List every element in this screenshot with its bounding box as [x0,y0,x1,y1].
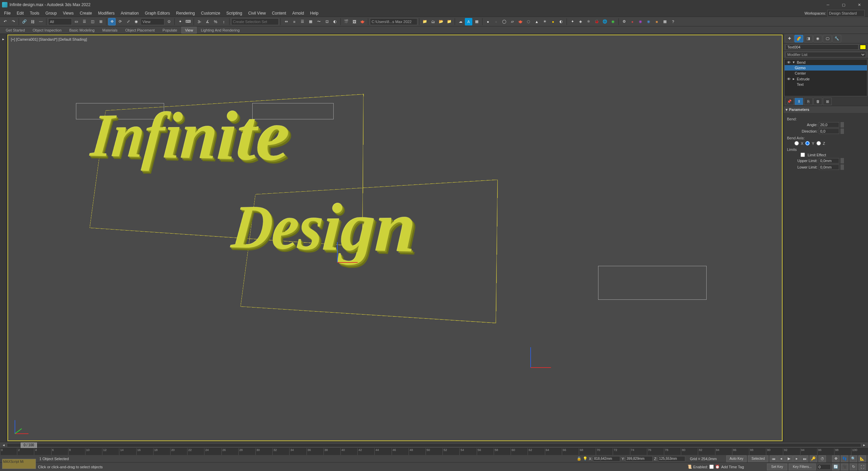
refcoord-dropdown[interactable]: View [141,18,164,25]
z-coord[interactable] [658,456,685,462]
set-project-button[interactable]: 🗂 [429,18,437,25]
geom-ring-icon[interactable]: ◌ [525,18,532,25]
curve-editor-button[interactable]: 〜 [315,18,322,25]
enabled-check[interactable] [709,465,714,469]
nav-pan-button[interactable]: ✥ [832,455,840,462]
folder-button-4[interactable]: 📁 [446,18,453,25]
next-frame-button[interactable]: ▸ [863,443,865,447]
mirror-button[interactable]: ⇔ [282,18,290,25]
menu-civilview[interactable]: Civil View [245,10,269,17]
time-slider-bar[interactable]: 0 / 100 [7,443,861,447]
nav-roll-button[interactable]: ↻ [850,464,857,470]
percent-snap-button[interactable]: % [212,18,219,25]
menu-scripting[interactable]: Scripting [223,10,245,17]
sys-blue-icon[interactable]: ◉ [645,18,652,25]
scene-explorer-toggle[interactable]: ▸ [0,35,7,43]
geom-cone-icon[interactable]: ▲ [533,18,540,25]
ribbon-lighting-rendering[interactable]: Lighting And Rendering [197,27,243,34]
unlink-button[interactable]: ⛓ [29,18,36,25]
spinner-buttons[interactable] [841,129,844,134]
bind-spacewarp-button[interactable]: 〰 [37,18,44,25]
track-bar[interactable]: 0246810121416182022242628303234363840424… [0,448,868,455]
current-frame[interactable] [817,464,831,470]
stack-gizmo[interactable]: Gizmo [785,65,867,71]
a360-button[interactable]: A [465,18,472,25]
undo-button[interactable]: ↶ [1,18,9,25]
light-sun-icon[interactable]: ☀ [541,18,549,25]
menu-file[interactable]: File [1,10,13,17]
spinner-buttons[interactable] [841,158,844,163]
stack-extrude[interactable]: 👁▸Extrude [785,76,867,82]
select-scale-button[interactable]: ⤢ [124,18,132,25]
sys-gear-icon[interactable]: ⚙ [620,18,628,25]
maxscript-listener[interactable]: MAXScript Mi [2,459,36,469]
gizmo-x-axis[interactable] [531,367,551,368]
selected-button[interactable]: Selected [748,455,768,462]
nav-maximize-button[interactable]: ⛶ [859,464,866,470]
snap-toggle-button[interactable]: 3▫ [196,18,203,25]
link-button[interactable]: 🔗 [21,18,28,25]
rollout-header[interactable]: ▾Parameters [784,106,868,113]
helper-green-icon[interactable]: ◉ [609,18,617,25]
select-move-button[interactable]: ✥ [108,18,116,25]
open-folder-button[interactable]: 📁 [421,18,429,25]
ribbon-populate[interactable]: Populate [159,27,181,34]
display-tab[interactable]: 🖵 [823,35,832,42]
helper-star-icon[interactable]: ✦ [569,18,576,25]
maximize-button[interactable]: ▢ [837,0,850,9]
axis-y-radio[interactable] [805,141,810,145]
goto-start-button[interactable]: ⏮ [770,455,777,462]
geom-torus-icon[interactable]: ◯ [500,18,508,25]
menu-group[interactable]: Group [43,10,59,17]
ribbon-get-started[interactable]: Get Started [2,27,28,34]
text-object-1[interactable]: Infinite [88,94,291,178]
angle-snap-button[interactable]: ∡ [204,18,211,25]
menu-edit[interactable]: Edit [14,10,26,17]
autokey-button[interactable]: Auto Key [726,455,747,462]
configure-sets-button[interactable]: ⊞ [823,98,832,105]
ribbon-materials[interactable]: Materials [99,27,121,34]
select-place-button[interactable]: ◉ [133,18,140,25]
menu-arnold[interactable]: Arnold [290,10,307,17]
x-coord[interactable] [593,456,620,462]
close-button[interactable]: ✕ [852,0,866,9]
modifier-stack[interactable]: 👁▾Bend Gizmo Center 👁▸Extrude Text [784,59,867,96]
helper-bug-icon[interactable]: 🐞 [593,18,600,25]
material-editor-button[interactable]: ◐ [331,18,339,25]
keymode-button[interactable]: 🔑 [810,455,817,462]
geom-sphere-icon[interactable]: ● [484,18,492,25]
ribbon-basic-modeling[interactable]: Basic Modeling [65,27,98,34]
upper-limit-spinner[interactable] [819,158,839,163]
viewport[interactable]: [+] [Camera001] [Standard*] [Default Sha… [7,35,783,441]
gizmo-z-axis[interactable] [337,242,338,262]
menu-tools[interactable]: Tools [27,10,42,17]
spinner-buttons[interactable] [841,164,844,170]
add-time-tag[interactable]: Add Time Tag [721,465,744,469]
text-object-2[interactable]: Design [229,186,417,269]
time-slider-handle[interactable]: 0 / 100 [21,443,37,448]
light-spot-icon[interactable]: ◐ [557,18,565,25]
setkey-button[interactable]: Set Key [767,464,787,470]
minimize-button[interactable]: ─ [821,0,835,9]
select-object-button[interactable]: ▭ [73,18,80,25]
nav-fov-button[interactable]: 📐 [859,455,866,462]
geom-dark-icon[interactable]: ● [492,18,500,25]
hierarchy-tab[interactable]: ◨ [804,35,813,42]
pin-stack-button[interactable]: 📌 [785,98,794,105]
menu-modifiers[interactable]: Modifiers [95,10,117,17]
gizmo-z-axis[interactable] [530,347,531,368]
stack-text[interactable]: Text [785,82,867,87]
cloud-button[interactable]: ☁ [457,18,464,25]
sys-gray-icon[interactable]: ▦ [661,18,669,25]
manipulate-button[interactable]: ✦ [176,18,184,25]
isolate-icon[interactable]: 💡 [583,456,588,461]
y-coord[interactable] [626,456,653,462]
ribbon-object-placement[interactable]: Object Placement [121,27,158,34]
menu-help[interactable]: Help [308,10,321,17]
visibility-toggle-icon[interactable]: 👁 [787,77,791,81]
visibility-toggle-icon[interactable]: 👁 [787,60,791,64]
menu-rendering[interactable]: Rendering [173,10,197,17]
prev-frame-button[interactable]: ◂ [777,455,785,462]
align-button[interactable]: ≡ [291,18,298,25]
axis-x-radio[interactable] [794,141,799,145]
